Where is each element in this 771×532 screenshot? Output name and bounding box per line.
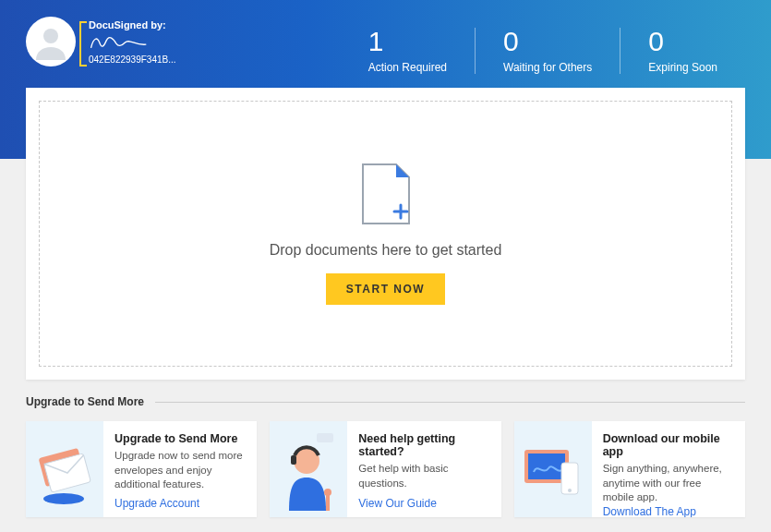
stat-label: Expiring Soon	[648, 61, 717, 74]
person-icon	[32, 23, 69, 60]
svg-rect-7	[291, 455, 296, 465]
svg-point-14	[568, 489, 572, 492]
stat-label: Action Required	[368, 61, 447, 74]
card-desc: Get help with basic questions.	[358, 462, 489, 497]
card-title: Need help getting started?	[358, 432, 489, 458]
card-upgrade: Upgrade to Send More Upgrade now to send…	[26, 421, 257, 517]
view-guide-link[interactable]: View Our Guide	[358, 497, 489, 510]
docusigned-label: DocuSigned by:	[89, 19, 176, 30]
stat-count: 1	[368, 28, 447, 55]
tablet-phone-icon	[519, 435, 587, 503]
svg-point-5	[43, 493, 84, 504]
card-help: Need help getting started? Get help with…	[270, 421, 500, 517]
signature-bracket	[79, 21, 87, 66]
cards-row: Upgrade to Send More Upgrade now to send…	[26, 421, 745, 517]
stat-count: 0	[648, 28, 717, 55]
card-mobile-app: Download our mobile app Sign anything, a…	[514, 421, 745, 517]
envelope-icon	[32, 432, 97, 506]
stat-expiring-soon[interactable]: 0 Expiring Soon	[620, 28, 745, 74]
stat-action-required[interactable]: 1 Action Required	[341, 28, 475, 74]
section-header: Upgrade to Send More	[26, 395, 745, 408]
main-card: Drop documents here to get started START…	[26, 88, 745, 380]
section-title: Upgrade to Send More	[26, 395, 144, 408]
divider	[155, 402, 745, 403]
document-add-icon	[361, 163, 411, 225]
stat-count: 0	[503, 28, 592, 55]
stat-waiting-others[interactable]: 0 Waiting for Others	[475, 28, 620, 74]
card-illustration	[270, 421, 347, 517]
svg-rect-10	[317, 433, 333, 442]
card-title: Download our mobile app	[603, 432, 734, 458]
card-title: Upgrade to Send More	[114, 432, 246, 445]
start-now-button[interactable]: START NOW	[326, 273, 445, 305]
stat-label: Waiting for Others	[503, 61, 592, 74]
upgrade-account-link[interactable]: Upgrade Account	[114, 497, 246, 510]
avatar[interactable]	[26, 17, 76, 66]
drop-text: Drop documents here to get started	[270, 242, 502, 259]
card-desc: Upgrade now to send more envelopes and e…	[114, 449, 246, 497]
svg-point-0	[43, 29, 58, 43]
signature-block: DocuSigned by: 042E822939F341B...	[89, 19, 176, 65]
stats-row: 1 Action Required 0 Waiting for Others 0…	[341, 28, 745, 74]
card-illustration	[26, 421, 103, 517]
signature-id: 042E822939F341B...	[89, 54, 176, 65]
card-desc: Sign anything, anywhere, anytime with ou…	[603, 462, 734, 505]
profile-block: DocuSigned by: 042E822939F341B...	[26, 17, 176, 66]
drop-zone[interactable]: Drop documents here to get started START…	[39, 101, 732, 367]
signature-icon	[89, 32, 148, 53]
svg-rect-9	[326, 494, 330, 511]
svg-rect-12	[528, 453, 565, 479]
download-app-link[interactable]: Download The App	[603, 505, 734, 517]
support-person-icon	[276, 428, 341, 511]
card-illustration	[514, 421, 592, 517]
